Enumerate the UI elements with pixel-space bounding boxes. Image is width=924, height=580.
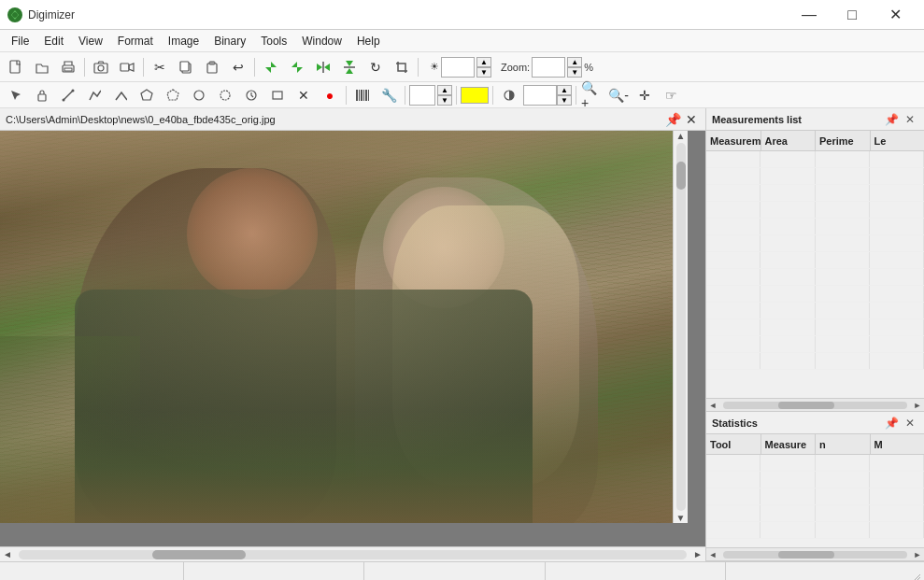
- zoom-spinner[interactable]: ▲ ▼: [567, 57, 582, 78]
- polyfill-tool[interactable]: [161, 84, 185, 106]
- crop-button[interactable]: [390, 56, 414, 78]
- open-button[interactable]: [30, 56, 54, 78]
- ellipse-tool[interactable]: [187, 84, 211, 106]
- rect-tool[interactable]: [265, 84, 290, 106]
- new-button[interactable]: [4, 56, 28, 78]
- color-swatch[interactable]: [461, 87, 489, 104]
- svg-rect-30: [356, 90, 358, 101]
- zoom-group: ☀ 0 ▲ ▼: [430, 57, 491, 78]
- paste-button[interactable]: [200, 56, 224, 78]
- zoom-in-btn[interactable]: 🔍+: [580, 84, 604, 106]
- stats-scroll-track: [723, 551, 907, 559]
- table-row: [706, 235, 924, 252]
- minimize-button[interactable]: —: [788, 0, 831, 30]
- zoom-out-btn[interactable]: 🔍-: [606, 84, 631, 106]
- menu-help[interactable]: Help: [349, 33, 388, 50]
- canvas-close-btn[interactable]: ✕: [683, 111, 700, 128]
- toolbar1: ✂ ↩ ↻ ☀ 0 ▲ ▼ Zoom: 43 ▲ ▼ %: [0, 52, 924, 82]
- menu-view[interactable]: View: [71, 33, 110, 50]
- video-button[interactable]: [115, 56, 139, 78]
- measurements-scroll-h[interactable]: ◄ ►: [706, 398, 924, 411]
- contrast-up[interactable]: ▲: [557, 85, 572, 95]
- menu-format[interactable]: Format: [110, 33, 161, 50]
- stats-scroll-right[interactable]: ►: [911, 548, 924, 561]
- meas-scroll-thumb[interactable]: [778, 402, 834, 409]
- flip-h-button[interactable]: [311, 56, 335, 78]
- barcode-tool[interactable]: [350, 84, 375, 106]
- statistics-table: Tool Measure n M: [706, 434, 924, 547]
- scale-down-button[interactable]: [285, 56, 309, 78]
- statistics-panel-title: Statistics: [712, 417, 758, 429]
- flip-v-button[interactable]: [337, 56, 362, 78]
- svg-line-37: [914, 574, 920, 581]
- scroll-left-arrow[interactable]: ◄: [0, 547, 15, 562]
- vertical-scrollbar[interactable]: ▲ ▼: [673, 131, 688, 523]
- pen-size-input[interactable]: 5: [409, 85, 435, 106]
- measurements-panel: Measurements list 📌 ✕ Measurem Area Peri…: [706, 108, 924, 412]
- statistics-scroll-h[interactable]: ◄ ►: [706, 547, 924, 560]
- brightness-contrast-btn[interactable]: [497, 84, 521, 106]
- svg-point-27: [220, 91, 230, 100]
- menu-edit[interactable]: Edit: [36, 33, 71, 50]
- pan-btn[interactable]: ✛: [633, 84, 657, 106]
- close-button[interactable]: ✕: [874, 0, 917, 30]
- select-tool[interactable]: [4, 84, 28, 106]
- copy-button[interactable]: [174, 56, 198, 78]
- meas-scroll-left[interactable]: ◄: [706, 399, 719, 412]
- svg-rect-31: [359, 90, 360, 101]
- wrench-tool[interactable]: 🔧: [377, 84, 401, 106]
- canvas-pin-btn[interactable]: 📌: [664, 111, 681, 128]
- brightness-up[interactable]: ▲: [476, 57, 491, 67]
- stats-scroll-left[interactable]: ◄: [706, 548, 719, 561]
- scroll-thumb[interactable]: [152, 550, 246, 559]
- stats-pin-btn[interactable]: 📌: [883, 415, 900, 431]
- meas-scroll-right[interactable]: ►: [911, 399, 924, 412]
- pen-size-up[interactable]: ▲: [437, 85, 452, 95]
- menu-binary[interactable]: Binary: [206, 33, 253, 50]
- ellipse-fill-tool[interactable]: [213, 84, 237, 106]
- pen-size-down[interactable]: ▼: [437, 95, 452, 106]
- delete-tool[interactable]: ✕: [291, 84, 316, 106]
- clock-tool[interactable]: [239, 84, 263, 106]
- rotate-button[interactable]: ↻: [363, 56, 388, 78]
- undo-button[interactable]: ↩: [226, 56, 250, 78]
- point-tool[interactable]: ●: [318, 84, 342, 106]
- menu-file[interactable]: File: [4, 33, 36, 50]
- camera-button[interactable]: [89, 56, 113, 78]
- print-button[interactable]: [56, 56, 80, 78]
- contrast-spinner[interactable]: ▲ ▼: [557, 85, 572, 106]
- brightness-down[interactable]: ▼: [476, 67, 491, 78]
- measurements-pin-btn[interactable]: 📌: [883, 111, 900, 128]
- brightness-spinner[interactable]: ▲ ▼: [476, 57, 491, 78]
- maximize-button[interactable]: □: [831, 0, 874, 30]
- svg-marker-25: [167, 90, 178, 100]
- scroll-right-arrow[interactable]: ►: [690, 547, 705, 562]
- menu-window[interactable]: Window: [294, 33, 349, 50]
- measurements-rows: [706, 151, 924, 398]
- canvas-content[interactable]: ▲ ▼: [0, 131, 705, 546]
- resize-handle[interactable]: [905, 562, 920, 581]
- zoom-down[interactable]: ▼: [567, 67, 582, 78]
- hand-btn[interactable]: ☞: [659, 84, 683, 106]
- scale-up-button[interactable]: [259, 56, 283, 78]
- poly-tool[interactable]: [135, 84, 159, 106]
- angle-tool[interactable]: [108, 84, 133, 106]
- contrast-input[interactable]: 0: [523, 85, 557, 106]
- menu-tools[interactable]: Tools: [253, 33, 294, 50]
- horizontal-scrollbar[interactable]: ◄ ►: [0, 546, 705, 561]
- canvas-area: C:\Users\Admin\Desktop\news\0_e40ba_fbde…: [0, 108, 705, 561]
- menu-image[interactable]: Image: [161, 33, 206, 50]
- line-tool[interactable]: [56, 84, 80, 106]
- brightness-input[interactable]: 0: [441, 57, 475, 78]
- stats-close-btn[interactable]: ✕: [902, 415, 918, 431]
- menu-bar: File Edit View Format Image Binary Tools…: [0, 30, 924, 52]
- contrast-down[interactable]: ▼: [557, 95, 572, 106]
- zoom-input[interactable]: 43: [532, 57, 565, 78]
- measurements-close-btn[interactable]: ✕: [902, 111, 918, 128]
- stats-scroll-thumb[interactable]: [778, 551, 834, 559]
- multiline-tool[interactable]: [82, 84, 107, 106]
- cut-button[interactable]: ✂: [148, 56, 172, 78]
- lock-tool[interactable]: [30, 84, 54, 106]
- zoom-up[interactable]: ▲: [567, 57, 582, 67]
- pen-size-spinner[interactable]: ▲ ▼: [437, 85, 452, 106]
